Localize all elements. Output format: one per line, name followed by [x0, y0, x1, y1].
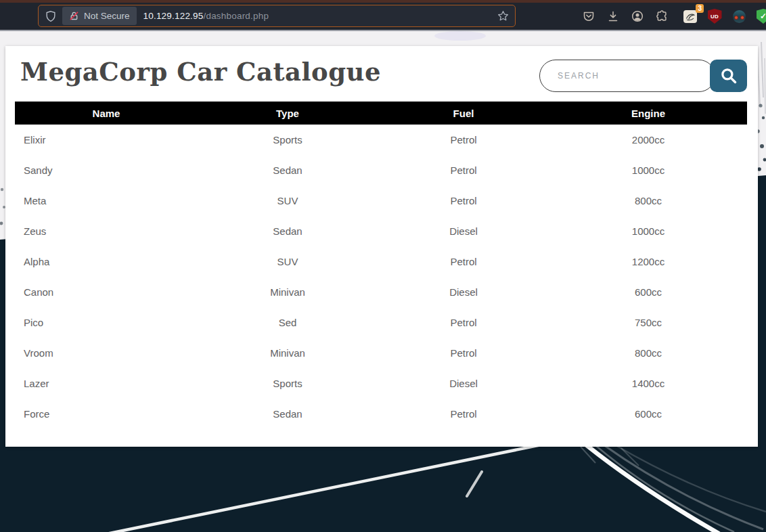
cell-type: SUV	[198, 246, 378, 277]
address-text[interactable]: 10.129.122.95/dashboard.php	[143, 11, 269, 21]
header-fuel: Fuel	[378, 102, 549, 125]
catalogue-card: MegaCorp Car Catalogue Name Type Fuel En…	[5, 46, 758, 447]
header-name: Name	[15, 102, 198, 125]
cell-type: SUV	[198, 185, 378, 216]
account-icon[interactable]	[625, 3, 650, 30]
table-row: LazerSportsDiesel1400cc	[15, 368, 747, 399]
cell-type: Sedan	[198, 399, 378, 429]
table-row: SandySedanPetrol1000cc	[15, 155, 747, 185]
cell-engine: 1000cc	[549, 216, 747, 246]
extension-badge: 3	[696, 4, 704, 13]
toolbar-icon-cluster: 3 UD ✓	[577, 3, 766, 30]
cell-engine: 1400cc	[549, 368, 747, 399]
cell-engine: 1200cc	[549, 246, 747, 277]
downloads-icon[interactable]	[601, 3, 625, 30]
security-chip[interactable]: Not Secure	[62, 7, 137, 25]
browser-toolbar: Not Secure 10.129.122.95/dashboard.php 3…	[0, 3, 766, 30]
url-host: 10.129.122.95	[143, 11, 204, 21]
cell-type: Sedan	[198, 216, 378, 246]
sketch-glyph	[683, 10, 697, 23]
insecure-lock-icon	[69, 11, 79, 21]
cell-engine: 800cc	[549, 338, 747, 368]
cell-fuel: Petrol	[378, 399, 549, 429]
cell-fuel: Diesel	[378, 368, 549, 399]
header-engine: Engine	[549, 102, 747, 125]
cell-engine: 2000cc	[549, 125, 747, 155]
cell-fuel: Petrol	[378, 185, 549, 216]
cell-type: Sports	[198, 368, 378, 399]
green-shield-glyph: ✓	[757, 9, 766, 24]
search-area	[539, 60, 747, 92]
page-title: MegaCorp Car Catalogue	[20, 57, 381, 87]
cell-name: Alpha	[15, 246, 198, 277]
cell-name: Pico	[15, 307, 198, 338]
cell-engine: 600cc	[549, 399, 747, 429]
extension-green-shield-icon[interactable]: ✓	[751, 3, 766, 30]
table-row: CanonMinivanDiesel600cc	[15, 277, 747, 307]
cell-type: Sedan	[198, 155, 378, 185]
car-table-body: ElixirSportsPetrol2000ccSandySedanPetrol…	[15, 125, 747, 429]
tracking-protection-shield-icon[interactable]	[45, 10, 57, 22]
cell-fuel: Petrol	[378, 125, 549, 155]
cell-name: Force	[15, 399, 198, 429]
cell-name: Sandy	[15, 155, 198, 185]
table-row: VroomMinivanPetrol800cc	[15, 338, 747, 368]
cell-fuel: Petrol	[378, 155, 549, 185]
header-type: Type	[198, 102, 378, 125]
cell-name: Zeus	[15, 216, 198, 246]
cell-fuel: Petrol	[378, 338, 549, 368]
search-input[interactable]	[539, 60, 715, 92]
cell-fuel: Diesel	[378, 277, 549, 307]
pocket-icon[interactable]	[577, 3, 601, 30]
cell-type: Sports	[198, 125, 378, 155]
cell-engine: 600cc	[549, 277, 747, 307]
table-row: ForceSedanPetrol600cc	[15, 399, 747, 429]
table-row: ZeusSedanDiesel1000cc	[15, 216, 747, 246]
cell-name: Vroom	[15, 338, 198, 368]
extension-ud-shield-icon[interactable]: UD	[702, 3, 727, 30]
cell-fuel: Petrol	[378, 246, 549, 277]
cell-type: Sed	[198, 307, 378, 338]
bookmark-star-icon[interactable]	[497, 10, 509, 22]
url-path: /dashboard.php	[203, 11, 269, 21]
search-button[interactable]	[710, 60, 747, 92]
magnifier-icon	[719, 66, 739, 86]
cell-engine: 800cc	[549, 185, 747, 216]
extension-goggles-icon[interactable]	[727, 3, 751, 30]
extension-sketch-icon[interactable]: 3	[678, 3, 702, 30]
url-bar[interactable]: Not Secure 10.129.122.95/dashboard.php	[38, 5, 516, 27]
table-row: ElixirSportsPetrol2000cc	[15, 125, 747, 155]
cell-type: Minivan	[198, 277, 378, 307]
table-row: PicoSedPetrol750cc	[15, 307, 747, 338]
cell-type: Minivan	[198, 338, 378, 368]
cell-name: Elixir	[15, 125, 198, 155]
cell-name: Canon	[15, 277, 198, 307]
extensions-puzzle-icon[interactable]	[650, 3, 674, 30]
cell-engine: 750cc	[549, 307, 747, 338]
cell-name: Lazer	[15, 368, 198, 399]
cell-fuel: Diesel	[378, 216, 549, 246]
table-row: MetaSUVPetrol800cc	[15, 185, 747, 216]
cell-name: Meta	[15, 185, 198, 216]
ud-shield-glyph: UD	[708, 9, 722, 24]
security-chip-label: Not Secure	[84, 11, 130, 21]
cell-fuel: Petrol	[378, 307, 549, 338]
car-table-header: Name Type Fuel Engine	[15, 102, 747, 125]
goggles-glyph	[733, 10, 746, 23]
cell-engine: 1000cc	[549, 155, 747, 185]
car-table: Name Type Fuel Engine ElixirSportsPetrol…	[15, 102, 747, 429]
table-row: AlphaSUVPetrol1200cc	[15, 246, 747, 277]
